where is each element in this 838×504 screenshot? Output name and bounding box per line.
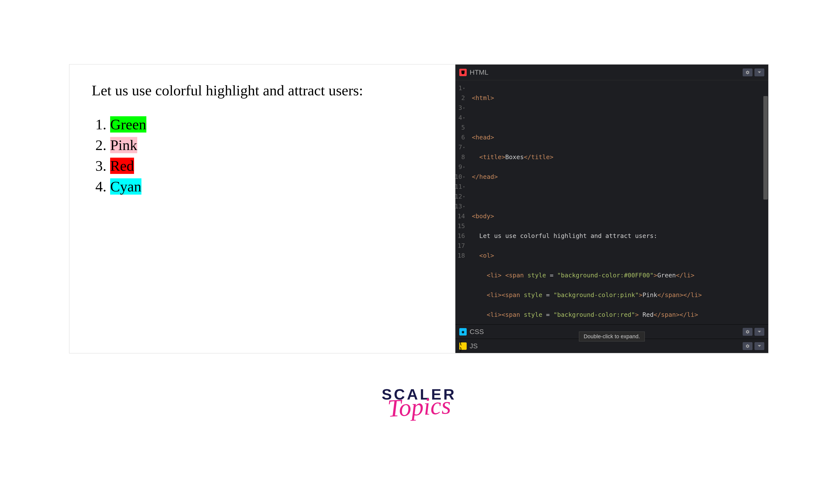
css-icon: ✱ <box>459 328 467 336</box>
chevron-down-icon <box>757 330 761 333</box>
highlight-green: Green <box>110 116 146 132</box>
panel-header-actions <box>743 69 764 76</box>
preview-intro: Let us use colorful highlight and attrac… <box>92 80 433 101</box>
scaler-logo: SCALER Topics <box>382 387 456 417</box>
gear-icon <box>746 344 750 348</box>
settings-button[interactable] <box>743 328 752 336</box>
gear-icon <box>746 70 750 74</box>
chevron-down-icon <box>757 71 761 74</box>
gear-icon <box>746 330 750 334</box>
list-item: Pink <box>110 135 433 156</box>
preview-list: Green Pink Red Cyan <box>92 114 433 197</box>
html-panel-header[interactable]: HTML <box>455 65 768 80</box>
expand-button[interactable] <box>754 69 764 76</box>
list-item: Cyan <box>110 176 433 197</box>
scrollbar[interactable] <box>763 96 768 200</box>
js-icon: ( ) <box>459 342 467 350</box>
panel-header-actions <box>743 342 764 350</box>
panel-header-left: ( ) JS <box>459 342 478 350</box>
logo-line2: Topics <box>381 395 457 419</box>
line-gutter: 1▾ 2 3▾ 4▾ 5 6 7▾ 8 9▾ 10▾ 11▾ 12▾ 13▾ 1… <box>455 80 469 324</box>
code-area[interactable]: 1▾ 2 3▾ 4▾ 5 6 7▾ 8 9▾ 10▾ 11▾ 12▾ 13▾ 1… <box>455 80 768 324</box>
editor-pane: HTML 1▾ 2 3▾ 4▾ 5 6 7▾ 8 <box>455 65 768 353</box>
main-container: Let us use colorful highlight and attrac… <box>69 64 769 354</box>
list-item: Red <box>110 156 433 176</box>
css-label: CSS <box>470 328 484 336</box>
panel-header-left: ✱ CSS <box>459 328 484 336</box>
panel-header-actions <box>743 328 764 336</box>
js-label: JS <box>470 342 478 350</box>
expand-button[interactable] <box>754 342 764 350</box>
settings-button[interactable] <box>743 69 752 76</box>
html-icon <box>459 69 467 76</box>
settings-button[interactable] <box>743 342 752 350</box>
code-content[interactable]: <html> <head> <title>Boxes</title> </hea… <box>469 80 768 324</box>
highlight-cyan: Cyan <box>110 178 141 195</box>
highlight-pink: Pink <box>110 137 137 153</box>
html-label: HTML <box>470 69 488 76</box>
expand-button[interactable] <box>754 328 764 336</box>
expand-tooltip: Double-click to expand. <box>579 331 645 341</box>
chevron-down-icon <box>757 345 761 347</box>
preview-pane: Let us use colorful highlight and attrac… <box>70 65 455 353</box>
list-item: Green <box>110 114 433 135</box>
highlight-red: Red <box>110 158 134 174</box>
panel-header-left: HTML <box>459 69 488 76</box>
